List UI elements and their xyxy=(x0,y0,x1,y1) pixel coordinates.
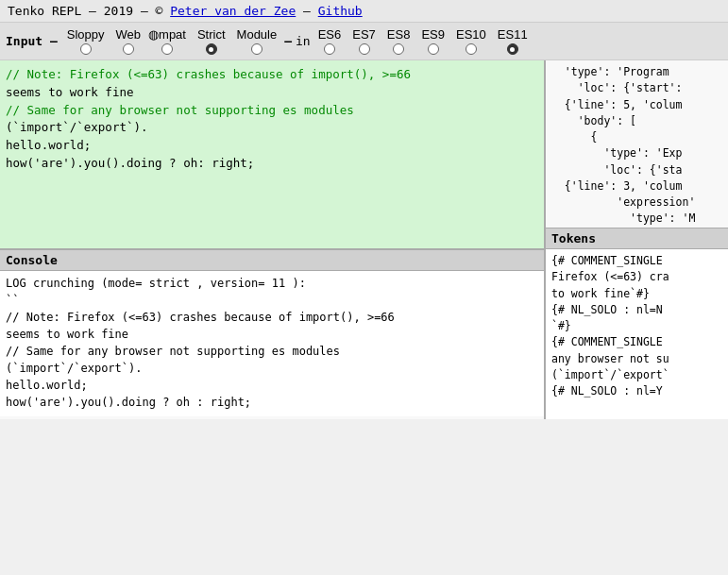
console-line-8: how('are').you().doing ? oh : right; xyxy=(6,396,251,409)
editor-line-3: // Same for any browser not supporting e… xyxy=(6,103,354,117)
mode-strict-radio xyxy=(206,43,217,55)
console-line-5: // Same for any browser not supporting e… xyxy=(6,345,340,358)
tokens-area[interactable]: {# COMMENT_SINGLE Firefox (<=63) cra to … xyxy=(546,249,728,419)
toolbar: Input — Sloppy Web ◍mpat Strict Module —… xyxy=(0,23,728,60)
console-output: LOG crunching (mode= strict , version= 1… xyxy=(0,271,544,416)
in-label: in xyxy=(296,34,311,48)
version-es6-radio xyxy=(324,43,335,55)
console-line-4: seems to work fine xyxy=(6,328,128,341)
editor-line-1: // Note: Firefox (<=63) crashes because … xyxy=(6,67,411,81)
mode-web-label: Web xyxy=(116,27,142,42)
editor-line-6: how('are').you().doing ? oh: right; xyxy=(6,156,254,170)
input-label: Input — xyxy=(6,34,58,48)
version-es11[interactable]: ES11 xyxy=(494,26,532,56)
mode-module-radio xyxy=(251,43,262,55)
version-es9-radio xyxy=(428,43,439,55)
title-sep: — xyxy=(296,4,317,18)
editor-line-2: seems to work fine xyxy=(6,85,133,99)
mode-sloppy-label: Sloppy xyxy=(67,27,105,42)
mode-module[interactable]: Module xyxy=(233,26,281,56)
console-area: Console LOG crunching (mode= strict , ve… xyxy=(0,249,544,419)
separator1: — xyxy=(284,34,292,48)
editor-line-5: hello.world; xyxy=(6,138,91,152)
mode-webcompat-radio xyxy=(161,43,173,55)
editor-line-4: (`import`/`export`). xyxy=(6,120,148,134)
version-es8-label: ES8 xyxy=(387,27,411,42)
version-es7-label: ES7 xyxy=(352,27,376,42)
version-es10-label: ES10 xyxy=(456,27,486,42)
console-line-7: hello.world; xyxy=(6,379,88,392)
mode-web-radio xyxy=(123,43,134,55)
mode-webcompat-label: ◍mpat xyxy=(148,27,186,42)
editor-area[interactable]: // Note: Firefox (<=63) crashes because … xyxy=(0,60,544,249)
github-link[interactable]: Github xyxy=(318,4,363,18)
version-es6[interactable]: ES6 xyxy=(314,26,346,56)
version-es8[interactable]: ES8 xyxy=(383,26,415,56)
version-es11-radio xyxy=(507,43,518,55)
ast-area[interactable]: 'type': 'Program 'loc': {'start': {'line… xyxy=(546,60,728,228)
version-es9[interactable]: ES9 xyxy=(417,26,449,56)
mode-webcompat[interactable]: ◍mpat xyxy=(144,26,190,56)
version-es9-label: ES9 xyxy=(421,27,445,42)
version-es7[interactable]: ES7 xyxy=(348,26,380,56)
console-line-1: LOG crunching (mode= strict , version= 1… xyxy=(6,277,306,290)
version-es6-label: ES6 xyxy=(318,27,342,42)
version-es11-label: ES11 xyxy=(498,27,528,42)
title-text: Tenko REPL — 2019 — © xyxy=(8,4,170,18)
version-buttons: ES6 ES7 ES8 ES9 ES10 ES11 xyxy=(314,26,532,56)
author-link[interactable]: Peter van der Zee xyxy=(170,4,296,18)
console-line-3: // Note: Firefox (<=63) crashes because … xyxy=(6,311,395,324)
mode-buttons: Sloppy Web ◍mpat Strict Module xyxy=(63,26,280,56)
main-area: // Note: Firefox (<=63) crashes because … xyxy=(0,60,728,419)
tokens-title: Tokens xyxy=(546,228,728,249)
mode-module-label: Module xyxy=(237,27,278,42)
version-es7-radio xyxy=(359,43,370,55)
console-title: Console xyxy=(0,249,544,271)
version-es10-radio xyxy=(466,43,477,55)
mode-strict-label: Strict xyxy=(197,27,226,42)
right-panel: 'type': 'Program 'loc': {'start': {'line… xyxy=(546,60,728,419)
version-es8-radio xyxy=(393,43,404,55)
mode-strict[interactable]: Strict xyxy=(194,26,229,56)
left-panel: // Note: Firefox (<=63) crashes because … xyxy=(0,60,546,419)
title-bar: Tenko REPL — 2019 — © Peter van der Zee … xyxy=(0,0,728,23)
version-es10[interactable]: ES10 xyxy=(452,26,490,56)
console-line-6: (`import`/`export`). xyxy=(6,362,143,375)
mode-web[interactable]: Web xyxy=(112,26,145,56)
mode-sloppy[interactable]: Sloppy xyxy=(63,26,109,56)
console-line-2: `` xyxy=(6,294,19,307)
mode-sloppy-radio xyxy=(80,43,92,55)
